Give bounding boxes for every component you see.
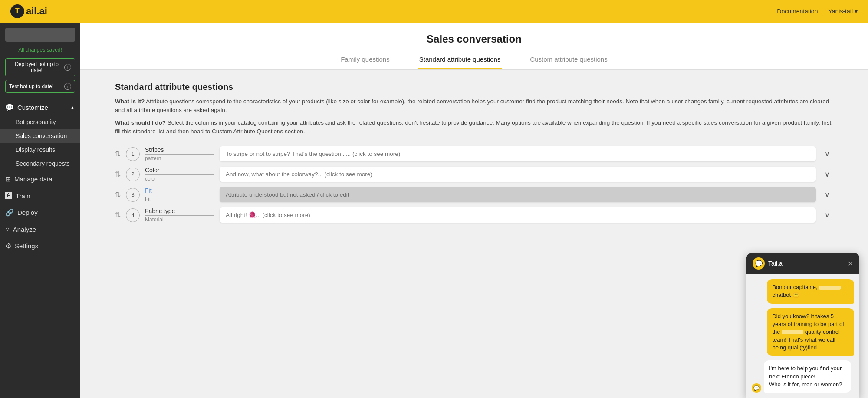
page-header: Sales conversation Family questions Stan…: [80, 23, 868, 70]
search-input[interactable]: [5, 28, 75, 42]
test-btn[interactable]: Test bot up to date! i: [5, 80, 75, 93]
attribute-name-1: Stripes pattern: [145, 146, 214, 161]
tab-family-questions[interactable]: Family questions: [339, 52, 391, 69]
tab-standard-attribute-questions[interactable]: Standard attribute questions: [418, 52, 503, 69]
chevron-up-icon: ▲: [70, 105, 75, 111]
tab-custom-attribute-questions[interactable]: Custom attribute questions: [528, 52, 609, 69]
sidebar-item-deploy[interactable]: 🔗 Deploy: [0, 204, 80, 221]
settings-icon: ⚙: [5, 242, 11, 250]
page-title: Sales conversation: [80, 33, 868, 45]
row-number: 1: [126, 147, 140, 161]
analyze-icon: ○: [5, 225, 10, 233]
chat-widget: 💬 Tail.ai ✕ Bonjour capitaine, chatbot 🙂…: [746, 253, 859, 398]
what-is-it-paragraph: What is it? Attribute questions correspo…: [115, 97, 833, 115]
row-number: 4: [126, 208, 140, 222]
what-should-paragraph: What should I do? Select the columns in …: [115, 118, 833, 136]
drag-handle[interactable]: ⇅: [115, 191, 121, 199]
question-row: ⇅ 3 Fit Fit Attribute understood but not…: [115, 187, 833, 202]
question-input-1[interactable]: [220, 146, 816, 161]
sidebar-sub-items: Bot personality Sales conversation Displ…: [0, 115, 80, 171]
chevron-down-icon: ▾: [855, 8, 858, 15]
chat-header-left: 💬 Tail.ai: [753, 257, 784, 270]
chat-body: Bonjour capitaine, chatbot 🙂 Did you kno…: [746, 274, 859, 398]
section-title: Standard attribute questions: [115, 82, 833, 92]
chat-avatar: 💬: [753, 257, 765, 270]
chat-title: Tail.ai: [768, 260, 784, 267]
user-menu[interactable]: Yanis-tail ▾: [828, 8, 858, 15]
question-row: ⇅ 1 Stripes pattern ∨: [115, 146, 833, 161]
drag-handle[interactable]: ⇅: [115, 150, 121, 158]
chat-bot-row: 💬 I'm here to help you find your next Fr…: [752, 360, 854, 393]
question-input-4[interactable]: [220, 207, 816, 223]
sidebar-item-train[interactable]: 🅰 Train: [0, 187, 80, 204]
logo: T ail.ai: [10, 4, 47, 18]
row-number: 2: [126, 168, 140, 181]
expand-btn-3[interactable]: ∨: [821, 189, 833, 201]
topbar-right: Documentation Yanis-tail ▾: [777, 8, 858, 15]
bot-avatar: 💬: [752, 383, 761, 393]
question-input-2[interactable]: [220, 167, 816, 182]
drag-handle[interactable]: ⇅: [115, 211, 121, 219]
chat-message-3: I'm here to help you find your next Fren…: [764, 360, 851, 393]
sidebar-item-display-results[interactable]: Display results: [0, 143, 80, 157]
sidebar-item-manage-data[interactable]: ⊞ Manage data: [0, 171, 80, 187]
sidebar-item-secondary-requests[interactable]: Secondary requests: [0, 157, 80, 171]
expand-btn-1[interactable]: ∨: [821, 148, 833, 160]
attribute-name-2: Color color: [145, 167, 214, 182]
topbar: T ail.ai Documentation Yanis-tail ▾: [0, 0, 868, 23]
expand-btn-2[interactable]: ∨: [821, 168, 833, 181]
chat-message-2: Did you know? It takes 5 years of traini…: [767, 308, 854, 356]
status-text: All changes saved!: [0, 47, 80, 53]
customize-section: 💬 Customize ▲ Bot personality Sales conv…: [0, 100, 80, 171]
chat-message-1: Bonjour capitaine, chatbot 🙂: [767, 279, 854, 303]
question-input-3[interactable]: Attribute understood but not asked / cli…: [220, 187, 816, 202]
sidebar-item-bot-personality[interactable]: Bot personality: [0, 115, 80, 129]
deployed-btn[interactable]: Deployed bot up to date! i: [5, 58, 75, 76]
documentation-link[interactable]: Documentation: [777, 8, 818, 15]
chat-header: 💬 Tail.ai ✕: [746, 253, 859, 274]
logo-icon: T: [10, 4, 24, 18]
train-icon: 🅰: [5, 192, 12, 200]
customize-header[interactable]: 💬 Customize ▲: [0, 100, 80, 115]
customize-icon: 💬: [5, 103, 14, 112]
info-icon-2: i: [64, 83, 71, 90]
drag-handle[interactable]: ⇅: [115, 170, 121, 178]
question-row: ⇅ 4 Fabric type Material ∨: [115, 207, 833, 223]
sidebar-item-analyze[interactable]: ○ Analyze: [0, 221, 80, 237]
expand-btn-4[interactable]: ∨: [821, 209, 833, 221]
manage-data-icon: ⊞: [5, 175, 11, 183]
sidebar: All changes saved! Deployed bot up to da…: [0, 23, 80, 398]
chat-close-button[interactable]: ✕: [848, 260, 853, 268]
question-list: ⇅ 1 Stripes pattern ∨ ⇅ 2 Color color: [115, 146, 833, 223]
main-layout: All changes saved! Deployed bot up to da…: [0, 23, 868, 398]
question-row: ⇅ 2 Color color ∨: [115, 167, 833, 182]
attribute-name-4: Fabric type Material: [145, 207, 214, 223]
sidebar-item-settings[interactable]: ⚙ Settings: [0, 237, 80, 254]
tab-bar: Family questions Standard attribute ques…: [80, 52, 868, 69]
deploy-icon: 🔗: [5, 208, 14, 217]
attribute-name-3: Fit Fit: [145, 187, 214, 202]
info-icon: i: [64, 64, 71, 71]
row-number: 3: [126, 188, 140, 202]
sidebar-item-sales-conversation[interactable]: Sales conversation: [0, 129, 80, 143]
